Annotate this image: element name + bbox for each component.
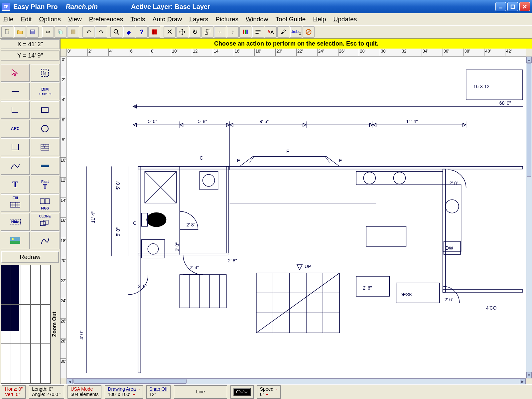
tool-dim[interactable]: DIM⊦─5'0"─⊣ [31, 82, 60, 100]
undo2-icon[interactable]: Undo⊘ [290, 26, 302, 38]
svg-rect-44 [41, 221, 46, 226]
tool-fast-text[interactable]: FastT [31, 176, 60, 194]
menu-help[interactable]: Help [313, 16, 326, 23]
cut-icon[interactable]: ✂ [42, 26, 54, 38]
move-icon[interactable] [176, 26, 188, 38]
tool-select[interactable] [1, 64, 30, 82]
scrollbar-vertical[interactable]: ▲ ▼ [526, 57, 532, 378]
menu-tool-guide[interactable]: Tool Guide [276, 16, 306, 23]
color-bars-icon[interactable] [239, 26, 251, 38]
usa-mode-link[interactable]: USA Mode [70, 387, 98, 392]
tool-figs[interactable]: FIGS [31, 194, 60, 212]
redraw-button[interactable]: Redraw [1, 251, 59, 263]
status-bar: Horiz: 0" Vert: 0" Length: 0" Angle: 270… [0, 384, 532, 399]
tool-arc[interactable]: ARC [1, 120, 30, 138]
menu-updates[interactable]: Updates [333, 16, 357, 23]
scroll-h-thumb[interactable] [73, 379, 187, 384]
rotate-icon[interactable]: ↻ [189, 26, 201, 38]
tool-clone[interactable]: CLONE [31, 213, 60, 231]
snap-link[interactable]: Snap Off [149, 387, 168, 392]
svg-rect-107 [180, 275, 226, 308]
scroll-left-icon[interactable]: ◀ [67, 379, 73, 384]
align-icon[interactable] [252, 26, 264, 38]
app-icon: EP [2, 3, 10, 11]
scale-icon[interactable] [201, 26, 213, 38]
svg-point-27 [42, 125, 48, 132]
tool-rect[interactable] [31, 101, 60, 119]
svg-rect-97 [366, 226, 406, 246]
status-elements: 504 elements [70, 392, 98, 397]
save-icon[interactable] [27, 26, 39, 38]
tool-hline[interactable] [31, 157, 60, 175]
zoom-out-label[interactable]: Zoom Out [52, 265, 60, 384]
new-icon[interactable] [1, 26, 13, 38]
flip-v-icon[interactable]: ↕ [227, 26, 239, 38]
menu-view[interactable]: View [68, 16, 82, 23]
tool-text[interactable]: T [1, 176, 30, 194]
zoom-icon[interactable] [110, 26, 122, 38]
menu-layers[interactable]: Layers [189, 16, 208, 23]
stop-icon[interactable] [148, 26, 160, 38]
svg-rect-90 [356, 172, 443, 185]
svg-rect-13 [154, 30, 154, 35]
menu-pictures[interactable]: Pictures [215, 16, 238, 23]
color-button[interactable]: Color [233, 388, 251, 396]
svg-text:2' 8": 2' 8" [190, 265, 199, 270]
menu-edit[interactable]: Edit [21, 16, 32, 23]
scroll-up-icon[interactable]: ▲ [526, 57, 532, 63]
close-button[interactable] [519, 2, 530, 11]
tool-hide[interactable]: Hide [1, 213, 30, 231]
redo-icon[interactable]: ↷ [95, 26, 107, 38]
status-horiz: Horiz: 0" [5, 387, 23, 392]
text-aa-icon[interactable]: AA [265, 26, 277, 38]
tool-ushape[interactable] [1, 138, 30, 156]
svg-rect-43 [45, 199, 50, 204]
scroll-right-icon[interactable]: ▶ [520, 379, 526, 384]
tool-bricks[interactable] [31, 138, 60, 156]
menu-file[interactable]: File [3, 16, 14, 23]
tool-lshape[interactable] [1, 101, 30, 119]
menu-preferences[interactable]: Preferences [89, 16, 123, 23]
drawing-canvas[interactable]: 16 X 12 68' 0" 5' 0" 5' 8" 9' 6" 11' 4" [66, 57, 526, 378]
delete-icon[interactable]: ✕ [164, 26, 176, 38]
minimize-button[interactable] [495, 2, 506, 11]
svg-text:2' 0": 2' 0" [175, 242, 180, 251]
svg-rect-17 [245, 30, 246, 34]
status-angle: Angle: 270.0 ° [32, 392, 61, 397]
svg-text:UP: UP [305, 264, 311, 269]
zoom-overview[interactable] [1, 265, 51, 384]
no-icon[interactable] [303, 26, 315, 38]
menu-window[interactable]: Window [246, 16, 268, 23]
svg-rect-71 [443, 290, 523, 292]
tool-circle[interactable] [31, 120, 60, 138]
brush-icon[interactable]: 🖌 [277, 26, 289, 38]
svg-point-48 [12, 238, 14, 240]
x-coord-readout: X = 41' 2" [1, 39, 60, 49]
maximize-button[interactable] [507, 2, 518, 11]
scrollbar-horizontal[interactable]: ◀ ▶ [66, 378, 526, 384]
svg-rect-114 [356, 276, 389, 296]
svg-text:DW: DW [446, 245, 454, 251]
copy-icon[interactable] [55, 26, 66, 38]
scroll-down-icon[interactable]: ▼ [526, 372, 532, 378]
eraser-icon[interactable] [123, 26, 135, 38]
menu-options[interactable]: Options [39, 16, 61, 23]
tool-line[interactable] [1, 82, 30, 100]
tool-image[interactable] [1, 231, 30, 249]
menu-auto-draw[interactable]: Auto Draw [153, 16, 182, 23]
scroll-v-thumb[interactable] [527, 64, 531, 177]
help-icon[interactable]: ? [136, 26, 148, 38]
svg-point-79 [203, 175, 215, 187]
svg-rect-78 [200, 172, 218, 190]
menu-tools[interactable]: Tools [130, 16, 145, 23]
svg-text:E: E [339, 158, 342, 163]
drawing-area-link[interactable]: Drawing Area [108, 386, 136, 392]
paste-icon[interactable] [67, 26, 79, 38]
undo-icon[interactable]: ↶ [82, 26, 94, 38]
tool-curve[interactable] [1, 157, 30, 175]
tool-marquee[interactable] [31, 64, 60, 82]
tool-fill[interactable]: Fill [1, 194, 30, 212]
flip-h-icon[interactable]: ↔ [214, 26, 226, 38]
open-icon[interactable] [14, 26, 26, 38]
tool-poly[interactable] [31, 231, 60, 249]
